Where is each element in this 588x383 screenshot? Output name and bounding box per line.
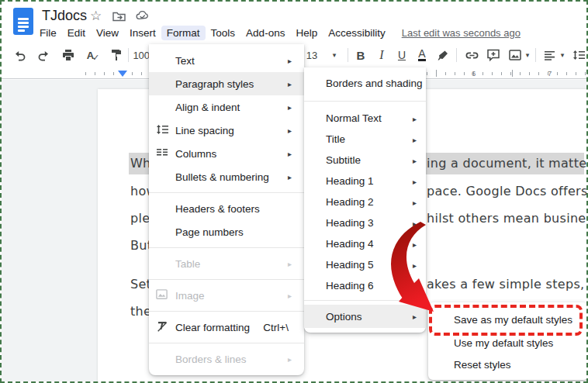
- bold-button[interactable]: B: [353, 45, 368, 65]
- menubar-item-file[interactable]: File: [34, 26, 62, 40]
- align-icon[interactable]: [541, 45, 558, 65]
- menu-item-table[interactable]: Table▸: [149, 252, 304, 275]
- submenu-arrow-icon: ▸: [288, 126, 292, 135]
- insert-image-icon[interactable]: [506, 45, 524, 65]
- menu-item-paragraph-styles[interactable]: Paragraph styles▸: [149, 72, 304, 95]
- menu-item-borders-lines[interactable]: Borders & lines▸: [149, 347, 304, 371]
- font-size-input[interactable]: 13: [304, 45, 320, 65]
- paragraph-styles-submenu: Borders and shadingNormal Text▸Title▸Sub…: [304, 67, 426, 333]
- ruler-halftick: [512, 70, 513, 77]
- insert-link-icon[interactable]: [462, 45, 481, 65]
- menu-item-page-numbers[interactable]: Page numbers: [149, 220, 304, 243]
- menu-item-label: Subtitle: [326, 154, 361, 166]
- submenu-arrow-icon: ▸: [413, 114, 417, 122]
- italic-button[interactable]: I: [374, 45, 389, 65]
- menu-item-align-indent[interactable]: Align & indent▸: [149, 95, 304, 119]
- menu-item-use-my-default-styles[interactable]: Use my default styles: [428, 332, 588, 354]
- menubar-item-add-ons[interactable]: Add-ons: [240, 26, 290, 40]
- menu-item-text[interactable]: Text▸: [149, 49, 304, 72]
- menu-item-bullets-numbering[interactable]: Bullets & numbering▸: [149, 165, 304, 188]
- highlight-color-icon[interactable]: [434, 45, 451, 65]
- font-size-caret-icon[interactable]: ▾: [330, 45, 338, 65]
- menu-item-save-as-my-default-styles[interactable]: Save as my default styles: [428, 307, 588, 332]
- top-bar: TJdocs ☆ FileEditViewInsertFormatToolsAd…: [2, 2, 586, 42]
- submenu-arrow-icon: ▸: [288, 355, 292, 364]
- menu-item-image[interactable]: Image▸: [149, 284, 304, 307]
- redo-icon[interactable]: [34, 45, 53, 65]
- submenu-arrow-icon: ▸: [413, 198, 417, 206]
- submenu-arrow-icon: ▸: [288, 173, 292, 181]
- ruler-number: 7: [548, 69, 552, 78]
- menu-item-label: Reset styles: [454, 359, 511, 371]
- line-spacing-button-icon[interactable]: [570, 45, 587, 65]
- submenu-arrow-icon: ▸: [288, 292, 292, 300]
- google-docs-logo-icon[interactable]: [13, 8, 33, 35]
- menu-item-label: Clear formatting: [175, 322, 250, 333]
- submenu-arrow-icon: ▸: [413, 281, 417, 290]
- menu-item-reset-styles[interactable]: Reset styles: [428, 354, 588, 375]
- menu-bar: FileEditViewInsertFormatToolsAdd-onsHelp…: [34, 24, 521, 41]
- align-caret-icon[interactable]: ▾: [559, 45, 566, 65]
- last-edit-link[interactable]: Last edit was seconds ago: [402, 27, 521, 39]
- toolbar-divider: [128, 48, 129, 62]
- menu-item-heading-1[interactable]: Heading 1▸: [304, 171, 426, 192]
- star-icon[interactable]: ☆: [88, 9, 103, 23]
- menu-shortcut: Ctrl+\: [263, 322, 296, 333]
- document-text-line: ple: [130, 211, 150, 226]
- text-color-button[interactable]: A: [414, 45, 430, 65]
- menubar-item-format[interactable]: Format: [161, 26, 206, 40]
- options-submenu: Save as my default stylesUse my default …: [428, 302, 588, 380]
- menu-item-subtitle[interactable]: Subtitle▸: [304, 150, 426, 171]
- menu-item-label: Align & indent: [175, 102, 240, 113]
- menu-item-label: Heading 4: [326, 238, 374, 250]
- move-folder-icon[interactable]: [112, 9, 126, 23]
- menubar-item-tools[interactable]: Tools: [206, 26, 241, 40]
- menu-item-heading-4[interactable]: Heading 4▸: [304, 233, 426, 254]
- underline-button[interactable]: U: [394, 45, 410, 65]
- menu-item-line-spacing[interactable]: Line spacing▸: [149, 119, 304, 142]
- menu-item-label: Heading 5: [326, 259, 374, 271]
- menu-item-headers-footers[interactable]: Headers & footers: [149, 197, 304, 220]
- menu-divider: [304, 300, 426, 301]
- cloud-saved-icon[interactable]: [135, 9, 150, 23]
- menu-item-columns[interactable]: Columns▸: [149, 142, 304, 165]
- document-title[interactable]: TJdocs: [42, 8, 87, 24]
- undo-icon[interactable]: [11, 45, 29, 65]
- menubar-item-edit[interactable]: Edit: [62, 26, 91, 40]
- google-docs-window: TJdocs ☆ FileEditViewInsertFormatToolsAd…: [0, 0, 588, 383]
- submenu-arrow-icon: ▸: [288, 103, 292, 112]
- menu-item-options[interactable]: Options▸: [304, 305, 426, 328]
- menubar-item-accessibility[interactable]: Accessibility: [323, 26, 391, 40]
- toolbar-divider: [535, 48, 536, 62]
- insert-image-caret-icon[interactable]: ▾: [524, 45, 531, 65]
- menu-item-clear-formatting[interactable]: Clear formattingCtrl+\: [149, 316, 304, 339]
- spellcheck-icon[interactable]: A✓: [84, 45, 102, 65]
- document-text-line: pace. Google Docs offers a: [427, 184, 586, 198]
- add-comment-icon[interactable]: [484, 45, 503, 65]
- menu-divider: [149, 192, 304, 193]
- menu-divider: [149, 279, 304, 280]
- indent-marker-icon[interactable]: [118, 71, 127, 77]
- document-text-line: ing a document, it matters: [427, 156, 586, 171]
- menu-item-heading-5[interactable]: Heading 5▸: [304, 254, 426, 275]
- menu-item-label: Headers & footers: [175, 203, 260, 215]
- menu-item-borders-and-shading[interactable]: Borders and shading: [304, 72, 426, 95]
- menubar-item-help[interactable]: Help: [290, 26, 323, 40]
- menu-item-label: Save as my default styles: [454, 314, 572, 326]
- menu-item-heading-2[interactable]: Heading 2▸: [304, 192, 426, 212]
- paint-format-icon[interactable]: [107, 45, 126, 65]
- menu-item-title[interactable]: Title▸: [304, 129, 426, 150]
- menu-item-label: Heading 2: [326, 196, 374, 208]
- submenu-arrow-icon: ▸: [413, 135, 417, 143]
- menu-item-heading-3[interactable]: Heading 3▸: [304, 212, 426, 233]
- menu-item-heading-6[interactable]: Heading 6▸: [304, 275, 426, 296]
- menu-item-label: Line spacing: [175, 125, 234, 136]
- menu-item-label: Use my default styles: [454, 337, 553, 349]
- print-icon[interactable]: [59, 45, 78, 65]
- menu-item-label: Paragraph styles: [175, 78, 254, 90]
- submenu-arrow-icon: ▸: [288, 57, 292, 65]
- menubar-item-view[interactable]: View: [91, 26, 124, 40]
- menubar-item-insert[interactable]: Insert: [124, 26, 161, 40]
- menu-item-label: Borders & lines: [175, 354, 247, 365]
- menu-item-normal-text[interactable]: Normal Text▸: [304, 108, 426, 129]
